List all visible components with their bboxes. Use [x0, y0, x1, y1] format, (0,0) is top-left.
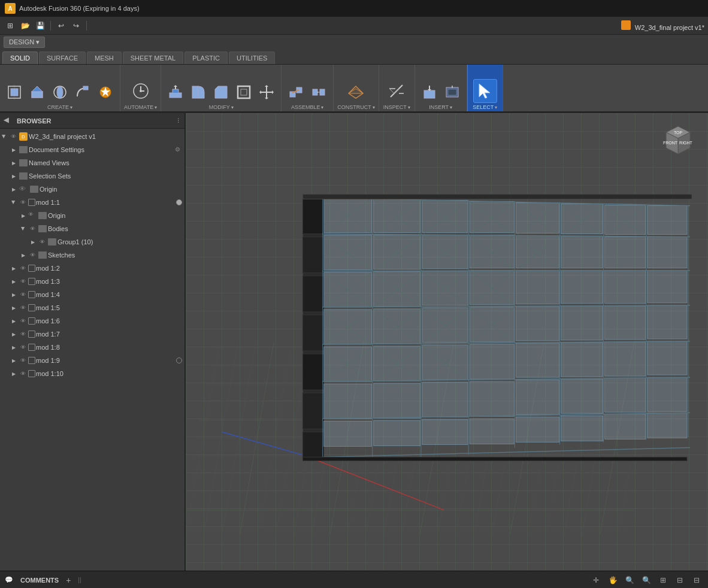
construct-plane-icon[interactable] — [344, 79, 368, 103]
app-menu-button[interactable]: ⊞ — [4, 19, 17, 32]
svg-marker-22 — [265, 98, 268, 99]
tree-item-mod19[interactable]: ▶ 👁 mod 1:9 — [0, 354, 184, 367]
tree-folder-selection-sets — [19, 172, 28, 180]
nav-cube[interactable]: TOP RIGHT FRONT — [654, 119, 702, 167]
tree-eye-group1[interactable]: 👁 — [38, 238, 46, 245]
svg-rect-94 — [605, 342, 646, 376]
tree-item-mod15[interactable]: ▶ 👁 mod 1:5 — [0, 301, 184, 314]
tree-eye-mod16[interactable]: 👁 — [19, 317, 27, 325]
tree-item-mod14[interactable]: ▶ 👁 mod 1:4 — [0, 288, 184, 301]
tree-eye-mod12[interactable]: 👁 — [19, 265, 27, 272]
tree-item-mod11-origin[interactable]: ▶ 👁 Origin — [0, 209, 184, 222]
save-button[interactable]: 💾 — [34, 19, 47, 32]
tree-eye-mod17[interactable]: 👁 — [19, 331, 27, 338]
tree-arrow-mod11: ▶ — [10, 198, 18, 207]
motion-link-icon[interactable] — [308, 81, 329, 103]
navigate-icon[interactable]: ✛ — [589, 574, 603, 587]
tab-solid[interactable]: SOLID — [2, 51, 38, 64]
grid-toggle-icon[interactable]: ⊟ — [673, 574, 686, 587]
new-component-icon[interactable] — [4, 81, 25, 103]
tree-arrow-mod19: ▶ — [10, 356, 18, 365]
view-options-icon[interactable]: ⊟ — [690, 574, 703, 587]
browser-options-icon[interactable]: ⋮ — [176, 118, 181, 124]
tab-plastic[interactable]: PLASTIC — [184, 51, 228, 64]
tab-surface[interactable]: SURFACE — [39, 51, 86, 64]
more-create-icon[interactable] — [95, 81, 116, 103]
tree-item-mod18[interactable]: ▶ 👁 mod 1:8 — [0, 341, 184, 354]
select-icon[interactable] — [473, 79, 497, 103]
svg-rect-59 — [470, 201, 514, 232]
design-mode-button[interactable]: DESIGN ▾ — [4, 37, 45, 48]
tab-utilities[interactable]: UTILITIES — [229, 51, 275, 64]
chamfer-icon[interactable] — [210, 81, 232, 103]
shell-icon[interactable] — [233, 81, 255, 103]
tree-label-mod13: mod 1:3 — [36, 278, 182, 285]
tree-item-origin-top[interactable]: ▶ 👁 Origin — [0, 183, 184, 196]
tree-item-selection-sets[interactable]: ▶ Selection Sets — [0, 169, 184, 183]
fillet-icon[interactable] — [187, 81, 209, 103]
select-label[interactable]: SELECT ▾ — [473, 104, 497, 110]
tree-item-mod12[interactable]: ▶ 👁 mod 1:2 — [0, 262, 184, 275]
undo-button[interactable]: ↩ — [55, 19, 68, 32]
open-button[interactable]: 📂 — [19, 19, 32, 32]
create-label[interactable]: CREATE ▾ — [47, 104, 72, 110]
tree-item-mod16[interactable]: ▶ 👁 mod 1:6 — [0, 314, 184, 328]
redo-button[interactable]: ↪ — [69, 19, 83, 32]
svg-point-6 — [57, 86, 63, 98]
viewport[interactable]: TOP RIGHT FRONT — [186, 113, 708, 571]
modify-label[interactable]: MODIFY ▾ — [209, 104, 234, 110]
svg-rect-108 — [516, 417, 559, 442]
insert-canvas-icon[interactable] — [441, 81, 463, 103]
display-settings-icon[interactable]: ⊞ — [656, 574, 670, 587]
joint-icon[interactable] — [285, 81, 307, 103]
tree-eye-mod15[interactable]: 👁 — [19, 304, 27, 311]
tree-eye-origin-top: 👁 — [19, 185, 28, 193]
tree-eye-mod14[interactable]: 👁 — [19, 291, 27, 298]
tree-item-named-views[interactable]: ▶ Named Views — [0, 156, 184, 169]
tab-mesh[interactable]: MESH — [87, 51, 122, 64]
automate-icon[interactable] — [129, 79, 153, 103]
titlebar: A Autodesk Fusion 360 (Expiring in 4 day… — [0, 0, 708, 17]
tree-item-mod11[interactable]: ▶ 👁 mod 1:1 — [0, 196, 184, 209]
inspect-label[interactable]: INSPECT ▾ — [383, 104, 410, 110]
svg-rect-86 — [605, 306, 646, 340]
browser-header: ◀ BROWSER ⋮ — [0, 113, 184, 129]
press-pull-icon[interactable] — [165, 81, 186, 103]
tree-eye-mod18[interactable]: 👁 — [19, 344, 27, 351]
construct-label[interactable]: CONSTRUCT ▾ — [337, 104, 375, 110]
tree-eye-mod11[interactable]: 👁 — [19, 199, 27, 206]
add-comment-button[interactable]: + — [66, 575, 71, 585]
select-icons-row — [473, 79, 497, 103]
browser-collapse-button[interactable]: ◀ — [4, 116, 13, 126]
tree-item-sketches[interactable]: ▶ 👁 Sketches — [0, 248, 184, 262]
move-copy-icon[interactable] — [256, 81, 277, 103]
tree-eye-mod110[interactable]: 👁 — [19, 370, 27, 377]
zoom-icon[interactable]: 🔍 — [623, 574, 636, 587]
tree-eye-mod13[interactable]: 👁 — [19, 278, 27, 285]
insert-icons-row — [419, 81, 463, 103]
insert-label[interactable]: INSERT ▾ — [429, 104, 452, 110]
tree-item-mod110[interactable]: ▶ 👁 mod 1:10 — [0, 367, 184, 380]
automate-label[interactable]: AUTOMATE ▾ — [124, 104, 157, 110]
insert-derive-icon[interactable] — [419, 81, 440, 103]
tree-item-doc-settings[interactable]: ▶ Document Settings ⚙ — [0, 143, 184, 156]
tree-eye-mod19[interactable]: 👁 — [19, 357, 27, 364]
tree-eye-bodies[interactable]: 👁 — [28, 225, 37, 232]
tab-sheet-metal[interactable]: SHEET METAL — [123, 51, 183, 64]
tree-eye-root[interactable]: 👁 — [9, 133, 17, 140]
tree-item-root[interactable]: ▶ 👁 D W2_3d_final project v1 — [0, 130, 184, 143]
tree-eye-sketches[interactable]: 👁 — [28, 251, 37, 259]
look-at-icon[interactable]: 🔍 — [640, 574, 653, 587]
revolve-icon[interactable] — [49, 81, 71, 103]
tree-item-mod17[interactable]: ▶ 👁 mod 1:7 — [0, 328, 184, 341]
hand-pan-icon[interactable]: 🖐 — [606, 574, 619, 587]
sweep-icon[interactable] — [72, 81, 93, 103]
tree-item-mod13[interactable]: ▶ 👁 mod 1:3 — [0, 275, 184, 288]
inspect-measure-icon[interactable] — [385, 79, 409, 103]
assemble-label[interactable]: ASSEMBLE ▾ — [291, 104, 324, 110]
tree-item-bodies[interactable]: ▶ 👁 Bodies — [0, 222, 184, 235]
tree-item-group1[interactable]: ▶ 👁 Group1 (10) — [0, 235, 184, 248]
nav-cube-svg: TOP RIGHT FRONT — [654, 119, 702, 167]
extrude-icon[interactable] — [26, 81, 48, 103]
create-icons-row — [4, 81, 116, 103]
